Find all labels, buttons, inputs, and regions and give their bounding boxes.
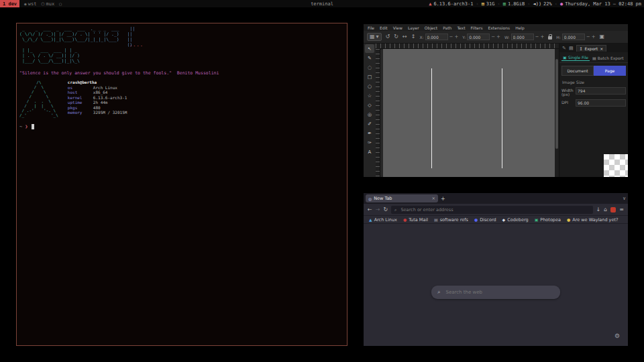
bookmark-discord[interactable]: ● Discord [474, 217, 496, 223]
downloads-button[interactable]: ↓ [596, 206, 601, 213]
export-dpi-input[interactable] [576, 99, 626, 107]
calligraphy-tool[interactable]: ✑ [365, 138, 374, 147]
x-input[interactable] [425, 34, 448, 40]
y-input[interactable] [467, 34, 490, 40]
drawn-vertical-line-1[interactable] [431, 68, 432, 168]
ellipse-tool[interactable]: ○ [365, 82, 374, 90]
text-tool[interactable]: A [365, 147, 374, 156]
rectangle-tool[interactable]: □ [365, 72, 374, 81]
url-input[interactable] [399, 206, 589, 213]
kernel-module: ▲ 6.13.6-arch3-1 [429, 1, 473, 7]
scrollbar-thumb[interactable] [555, 59, 558, 149]
increment-button[interactable]: + [454, 34, 458, 40]
url-bar[interactable]: ⌕ [391, 206, 592, 214]
bar-item-layout[interactable]: ▢ [59, 1, 62, 6]
fill-stroke-dialog-icon[interactable]: ✎ [562, 46, 566, 51]
image-size-label: Image Size [562, 80, 625, 84]
bookmark-photopea[interactable]: ▣ Photopea [535, 217, 561, 223]
arch-favicon: ▲ [369, 217, 372, 222]
vertical-scrollbar[interactable] [555, 49, 559, 177]
back-button[interactable]: ← [368, 206, 372, 213]
export-width-input[interactable] [576, 87, 626, 95]
browser-window[interactable]: ◍ New Tab × + ∨ ← → ↻ ⌕ ↓ ⌂ ≡ ▲ Arch Lin… [364, 193, 628, 346]
spiral-tool[interactable]: ◎ [365, 110, 374, 119]
selector-tool[interactable]: ↖ [365, 44, 374, 53]
export-preview-checkerboard [604, 154, 628, 177]
flip-vertical-button[interactable]: ↕ [411, 34, 416, 40]
height-input[interactable] [562, 34, 585, 40]
batch-export-tab[interactable]: ▤ Batch Export [591, 54, 625, 61]
shape-builder-tool[interactable]: ◌ [365, 63, 374, 72]
personalize-gear-icon[interactable]: ⚙ [614, 333, 620, 339]
bookmark-arch-linux[interactable]: ▲ Arch Linux [369, 217, 397, 223]
reload-button[interactable]: ↻ [383, 206, 388, 213]
drawn-vertical-line-2[interactable] [502, 68, 502, 168]
bar-item-wst[interactable]: ◉ wst [24, 1, 36, 7]
pen-tool[interactable]: ✒ [365, 129, 374, 137]
objects-dialog-icon[interactable]: ▤ [569, 46, 574, 51]
rotate-cw-button[interactable]: ↻ [394, 34, 398, 40]
tab-close-icon[interactable]: × [432, 196, 435, 201]
decrement-button[interactable]: − [535, 34, 539, 40]
disk-module: ▤ 31G [482, 1, 495, 7]
decrement-button[interactable]: − [586, 34, 590, 40]
page-button[interactable]: Page [594, 66, 626, 76]
document-page[interactable] [383, 49, 555, 177]
close-icon[interactable]: × [600, 46, 603, 51]
bookmark-folder-software-refs[interactable]: ▤ software refs [434, 217, 468, 223]
single-file-icon: ▣ [563, 55, 567, 60]
menu-path[interactable]: Path [443, 25, 451, 30]
bar-item-mux[interactable]: ⬡ mux [41, 1, 54, 7]
list-all-tabs-chevron-icon[interactable]: ∨ [623, 196, 626, 201]
inkscape-window[interactable]: File Edit View Layer Object Path Text Fi… [364, 24, 628, 177]
workspace-badge[interactable]: 1 dev [0, 0, 19, 7]
decrement-button[interactable]: − [449, 34, 453, 40]
terminal-window[interactable]: _ _ ___ _ ___ ___ ._ _ _ ___ ||( \/\/ )/… [16, 23, 347, 346]
export-scope-toggle: Document Page [561, 66, 626, 76]
forward-button[interactable]: → [376, 206, 380, 213]
new-tab-button[interactable]: + [441, 196, 445, 202]
lock-aspect-icon[interactable] [548, 36, 552, 40]
document-button[interactable]: Document [561, 66, 594, 76]
canvas-viewport[interactable] [380, 49, 555, 177]
rotate-ccw-button[interactable]: ↺ [386, 34, 390, 40]
box3d-tool[interactable]: ◇ [365, 101, 374, 109]
info-row-host: hostx86_64 [68, 90, 127, 95]
menu-layer[interactable]: Layer [408, 25, 419, 30]
star-tool[interactable]: ☆ [365, 91, 374, 100]
new-tab-search-box[interactable]: ⌕ [431, 286, 560, 299]
bookmark-tuta-mail[interactable]: ● Tuta Mail [403, 217, 428, 223]
node-tool[interactable]: ✎ [365, 54, 374, 62]
menu-view[interactable]: View [393, 25, 402, 30]
width-input[interactable] [511, 34, 534, 40]
menu-edit[interactable]: Edit [380, 25, 388, 30]
selection-mode-dropdown[interactable]: ▦ ▾ [367, 33, 382, 41]
volume-module[interactable]: ◄)) 22% [533, 1, 551, 7]
single-file-tab[interactable]: ▣ Single File [561, 54, 590, 61]
web-search-input[interactable] [444, 289, 554, 296]
horizontal-ruler[interactable] [376, 44, 559, 49]
active-tab[interactable]: ◍ New Tab × [366, 194, 438, 202]
bookmark-are-we-wayland-yet[interactable]: ● Are we Wayland yet? [567, 217, 618, 223]
menu-object[interactable]: Object [425, 25, 438, 30]
menu-hamburger-icon[interactable]: ≡ [619, 206, 624, 213]
increment-button[interactable]: + [540, 34, 544, 40]
menu-help[interactable]: Help [515, 25, 525, 30]
menu-file[interactable]: File [368, 25, 374, 30]
increment-button[interactable]: + [592, 34, 596, 40]
pencil-tool[interactable]: ✐ [365, 119, 374, 128]
home-button[interactable]: ⌂ [604, 206, 607, 213]
shell-prompt[interactable]: ~ ❯ [19, 124, 344, 129]
bookmark-codeberg[interactable]: ◆ Codeberg [502, 217, 529, 223]
decrement-button[interactable]: − [491, 34, 495, 40]
vertical-ruler[interactable] [376, 49, 380, 177]
menu-extensions[interactable]: Extensions [488, 25, 511, 30]
increment-button[interactable]: + [496, 34, 500, 40]
flip-horizontal-button[interactable]: ↔ [402, 34, 407, 40]
transform-affect-icon[interactable]: ▣ [600, 34, 605, 40]
clock-module[interactable]: ● Thursday, Mar 13 — 02:48 pm [560, 1, 641, 7]
menu-filters[interactable]: Filters [471, 25, 483, 30]
menu-text[interactable]: Text [457, 25, 465, 30]
ublock-extension-icon[interactable] [610, 207, 616, 213]
export-dialog-tab[interactable]: ↥ Export × [576, 45, 607, 52]
